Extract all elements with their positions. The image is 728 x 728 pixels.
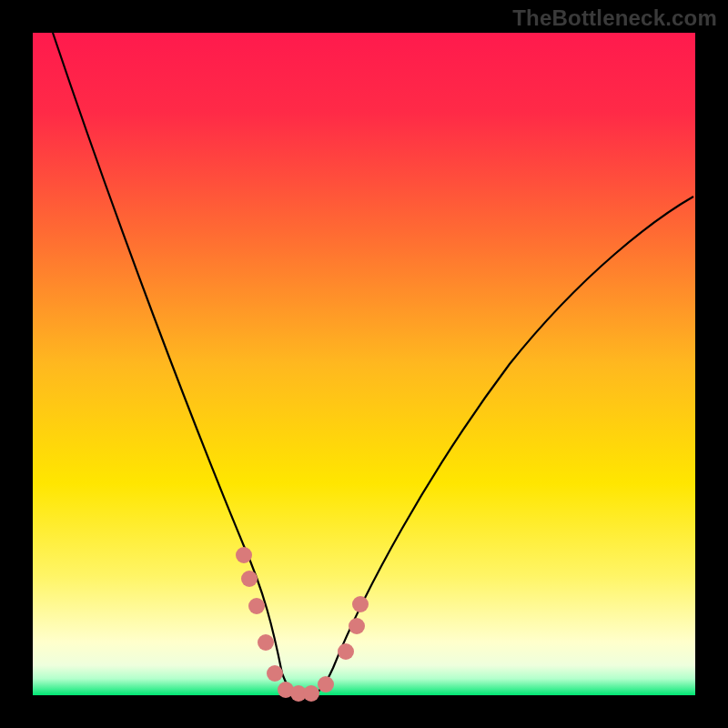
svg-point-1 <box>241 571 258 587</box>
svg-point-9 <box>338 643 354 660</box>
bottleneck-chart <box>0 0 728 728</box>
svg-point-8 <box>318 676 334 693</box>
svg-point-3 <box>258 634 274 651</box>
gradient-plot-area <box>33 33 695 695</box>
watermark-text: TheBottleneck.com <box>512 5 717 31</box>
svg-point-11 <box>352 596 369 612</box>
svg-point-2 <box>248 598 265 614</box>
svg-point-7 <box>303 685 319 702</box>
svg-point-10 <box>349 618 365 634</box>
svg-point-0 <box>236 547 252 563</box>
svg-point-4 <box>267 665 283 682</box>
